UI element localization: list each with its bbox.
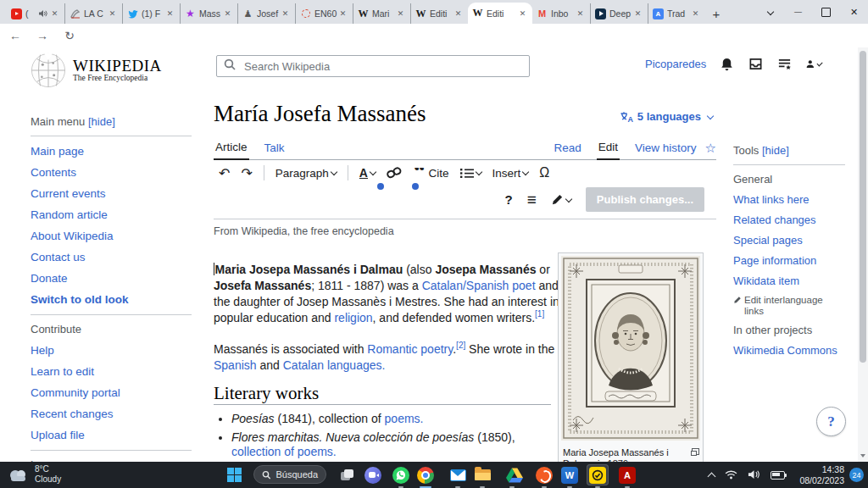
wiki-link[interactable]: Catalan/Spanish poet	[422, 279, 536, 292]
sidebar-item-upload-file[interactable]: Upload file	[31, 429, 192, 441]
forward-icon[interactable]: →	[34, 27, 51, 44]
tools-item-wikidata-item[interactable]: Wikidata item	[733, 274, 845, 287]
volume-icon[interactable]	[748, 468, 760, 483]
google-drive-button[interactable]	[504, 464, 526, 485]
sidebar-item-community-portal[interactable]: Community portal	[31, 386, 192, 399]
browser-tab[interactable]: EN60	[295, 3, 353, 24]
tab-close-icon[interactable]	[164, 8, 175, 19]
sidebar-item-contact[interactable]: Contact us	[31, 251, 192, 263]
ticktick-button[interactable]	[587, 464, 609, 485]
languages-button[interactable]: A 5 languages	[620, 110, 713, 123]
edit-interlanguage-link[interactable]: Edit interlanguage links	[733, 295, 833, 317]
tray-overflow-icon[interactable]	[708, 472, 716, 480]
redo-icon[interactable]	[241, 165, 252, 181]
lead-paragraph[interactable]: Maria Josepa Massanés i Dalmau (also Jos…	[214, 262, 559, 326]
scrollbar-thumb[interactable]	[860, 51, 866, 363]
sidebar-item-contents[interactable]: Contents	[31, 166, 192, 179]
watch-star-icon[interactable]	[702, 141, 716, 159]
tools-item-special-pages[interactable]: Special pages	[733, 234, 845, 247]
tools-item-page-information[interactable]: Page information	[733, 254, 845, 267]
taskbar-search[interactable]: Búsqueda	[253, 465, 326, 484]
wiki-link[interactable]: religion	[334, 311, 372, 324]
publish-changes-button[interactable]: Publish changes...	[586, 187, 704, 212]
list-item[interactable]: Poesías (1841), collection of poems.	[231, 412, 559, 426]
wikipedia-logo[interactable]: WIKIPEDIA The Free Encyclopedia	[31, 53, 162, 88]
main-menu-hide-link[interactable]: [hide]	[88, 115, 115, 128]
article-figure[interactable]: Maria Josepa Massanés i Dalmau in 1879	[558, 252, 704, 462]
wiki-link[interactable]: Spanish	[214, 358, 257, 372]
list-dropdown[interactable]	[460, 168, 481, 179]
browser-tab-active[interactable]: Editi	[468, 3, 532, 24]
tab-close-icon[interactable]	[107, 8, 118, 19]
wiki-link[interactable]: Romantic poetry	[367, 342, 453, 356]
sidebar-item-random-article[interactable]: Random article	[31, 208, 192, 221]
back-icon[interactable]: ←	[7, 27, 24, 44]
browser-tab[interactable]: LA C	[64, 3, 122, 24]
sidebar-item-main-page[interactable]: Main page	[31, 145, 192, 158]
tools-item-related-changes[interactable]: Related changes	[733, 214, 845, 226]
paragraph-format-dropdown[interactable]: Paragraph	[275, 167, 337, 180]
sidebar-item-learn-to-edit[interactable]: Learn to edit	[31, 365, 192, 378]
browser-tab[interactable]: Inbo	[532, 3, 590, 24]
browser-tab[interactable]: Josef	[237, 3, 295, 24]
visual-editor-help-button[interactable]	[816, 407, 846, 436]
list-item[interactable]: Flores marchitas. Nueva colección de poe…	[231, 430, 559, 459]
notifications-bell-icon[interactable]	[719, 56, 735, 72]
tab-talk[interactable]: Talk	[263, 141, 287, 159]
edit-mode-dropdown[interactable]	[551, 193, 571, 206]
browser-tab[interactable]: Mari	[353, 3, 410, 24]
sidebar-item-donate[interactable]: Donate	[31, 272, 192, 285]
notices-tray-icon[interactable]	[748, 56, 764, 72]
new-tab-button[interactable]	[705, 3, 727, 24]
switch-old-look-link[interactable]: Switch to old look	[31, 293, 192, 306]
sidebar-item-about[interactable]: About Wikipedia	[31, 230, 192, 242]
task-view-button[interactable]	[337, 464, 359, 485]
reference-link[interactable]: [2]	[456, 341, 465, 350]
acrobat-button[interactable]	[616, 464, 638, 485]
minimize-button[interactable]	[784, 0, 812, 24]
close-button[interactable]	[840, 0, 868, 24]
origin-button[interactable]	[533, 464, 555, 485]
notification-badge[interactable]: 24	[849, 468, 864, 482]
editor-surface[interactable]: Maria Josepa Massanés i Dalmau (also Jos…	[214, 262, 559, 462]
sidebar-item-recent-changes[interactable]: Recent changes	[31, 408, 192, 420]
page-scrollbar[interactable]	[858, 47, 868, 462]
wiki-link[interactable]: Catalan languages.	[283, 358, 386, 372]
teams-chat-button[interactable]	[362, 464, 384, 485]
user-menu-icon[interactable]	[805, 56, 821, 72]
tab-close-icon[interactable]	[453, 8, 464, 19]
battery-icon[interactable]	[771, 471, 785, 480]
wiki-link[interactable]: collection of poems.	[231, 445, 337, 458]
mail-button[interactable]	[447, 464, 469, 485]
undo-icon[interactable]	[219, 165, 230, 181]
tab-close-icon[interactable]	[575, 8, 586, 19]
tab-edit[interactable]: Edit	[597, 141, 620, 160]
cite-button[interactable]: Cite	[414, 167, 449, 180]
tab-read[interactable]: Read	[552, 141, 582, 159]
maximize-button[interactable]	[812, 0, 840, 24]
tab-close-icon[interactable]	[49, 8, 60, 19]
chrome-button[interactable]	[415, 464, 437, 485]
tools-item-what-links-here[interactable]: What links here	[733, 193, 845, 206]
whatsapp-button[interactable]	[390, 464, 412, 485]
word-button[interactable]	[559, 464, 581, 485]
tab-close-icon[interactable]	[280, 8, 291, 19]
browser-tab[interactable]: Trad	[648, 3, 705, 24]
tab-search-icon[interactable]	[756, 0, 784, 24]
browser-tab[interactable]: (	[7, 3, 64, 24]
tab-close-icon[interactable]	[632, 8, 643, 19]
search-input[interactable]	[242, 59, 522, 74]
tab-close-icon[interactable]	[222, 8, 233, 19]
tab-close-icon[interactable]	[517, 8, 528, 19]
sidebar-item-current-events[interactable]: Current events	[31, 187, 192, 200]
weather-widget[interactable]: 8°C Cloudy	[7, 464, 61, 485]
scroll-down-arrow[interactable]	[860, 454, 865, 458]
tab-article[interactable]: Article	[214, 141, 249, 160]
tab-close-icon[interactable]	[690, 8, 701, 19]
special-character-icon[interactable]	[539, 165, 549, 180]
paragraph[interactable]: Massanés is associated with Romantic poe…	[214, 341, 559, 374]
watchlist-icon[interactable]	[776, 56, 793, 72]
username-link[interactable]: Picoparedes	[645, 58, 706, 70]
tab-audio-icon[interactable]	[39, 9, 47, 18]
tab-close-icon[interactable]	[395, 8, 406, 19]
